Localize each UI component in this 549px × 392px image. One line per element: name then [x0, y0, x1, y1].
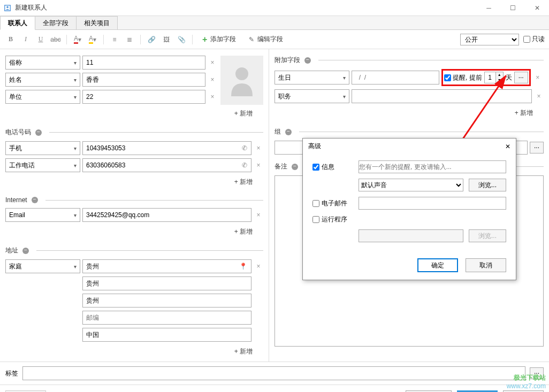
postal-input[interactable] — [82, 311, 251, 325]
tab-contact[interactable]: 联系人 — [0, 16, 35, 30]
attach-button[interactable]: 📎 — [175, 33, 188, 46]
app-icon — [3, 4, 12, 12]
close-window-button[interactable]: ✕ — [525, 0, 549, 16]
svg-point-2 — [235, 67, 248, 80]
footer: 删除 保存并新建 确定 取消 — [0, 385, 549, 392]
readonly-checkbox[interactable]: 只读 — [523, 35, 545, 44]
work-phone-input[interactable] — [82, 158, 251, 172]
nickname-type-select[interactable]: 俗称▾ — [5, 56, 80, 70]
run-checkbox[interactable]: 运行程序 — [312, 215, 353, 224]
add-name-field[interactable]: 新增 — [5, 107, 263, 120]
program-input[interactable] — [359, 229, 463, 242]
bullet-list-button[interactable]: ≡ — [108, 33, 121, 46]
name-type-select[interactable]: 姓名▾ — [5, 73, 80, 87]
birthday-type-select[interactable]: 生日▾ — [274, 71, 349, 84]
clear-company[interactable]: × — [208, 93, 217, 101]
clear-job[interactable]: × — [534, 93, 544, 100]
info-input[interactable] — [359, 160, 506, 173]
phone-header: 电话号码− — [5, 128, 263, 137]
visibility-select[interactable]: 公开 — [460, 34, 519, 45]
address-type-select[interactable]: 家庭▾ — [5, 259, 80, 273]
clear-birthday[interactable]: × — [533, 74, 543, 81]
dialog-cancel-button[interactable]: 取消 — [466, 258, 506, 272]
name-input[interactable] — [82, 73, 205, 87]
mobile-input[interactable] — [82, 141, 251, 155]
titlebar: 新建联系人 ─ ☐ ✕ — [0, 0, 549, 16]
tags-input[interactable] — [22, 366, 525, 380]
tab-related[interactable]: 相关项目 — [76, 16, 118, 29]
phone-icon: ✆ — [242, 144, 247, 152]
company-input[interactable] — [82, 90, 205, 104]
clear-address[interactable]: × — [254, 263, 263, 270]
spinner-up[interactable]: ▲ — [496, 72, 503, 78]
left-panel: 俗称▾ × 姓名▾ × 单位▾ × 新增 电话号码− — [0, 49, 269, 362]
phone-icon: ✆ — [242, 162, 247, 169]
toolbar: B I U abc A ▾ A ▾ ≡ ≣ 🔗 🖼 📎 +添加字段 ✎编辑字段 … — [0, 30, 549, 49]
job-type-select[interactable]: 职务▾ — [274, 89, 349, 103]
tags-browse-button[interactable]: ... — [530, 367, 544, 379]
tags-row: 标签 ... — [0, 362, 549, 385]
sound-select[interactable]: 默认声音 — [359, 179, 463, 191]
group-browse-button[interactable]: ... — [530, 142, 544, 153]
remind-checkbox[interactable]: 提醒, 提前 — [444, 73, 482, 82]
work-phone-type-select[interactable]: 工作电话▾ — [5, 158, 80, 172]
image-button[interactable]: 🖼 — [160, 33, 173, 46]
reminder-highlight: 提醒, 提前 ▲▼ 天 ... — [441, 69, 531, 86]
highlight-button[interactable]: A ▾ — [86, 33, 99, 46]
internet-header: Internet− — [5, 196, 263, 204]
clear-work-phone[interactable]: × — [254, 162, 263, 169]
link-button[interactable]: 🔗 — [145, 33, 158, 46]
info-checkbox[interactable]: 信息 — [312, 163, 353, 172]
bold-button[interactable]: B — [4, 33, 17, 46]
edit-field-button[interactable]: ✎编辑字段 — [243, 34, 288, 45]
svg-point-1 — [6, 6, 9, 8]
clear-name[interactable]: × — [208, 76, 217, 83]
number-list-button[interactable]: ≣ — [123, 33, 136, 46]
clear-mobile[interactable]: × — [254, 144, 263, 152]
email-type-select[interactable]: Email▾ — [5, 208, 80, 222]
font-color-button[interactable]: A ▾ — [71, 33, 84, 46]
address-line3[interactable] — [82, 294, 251, 308]
avatar[interactable] — [220, 56, 263, 105]
company-type-select[interactable]: 单位▾ — [5, 90, 80, 104]
dialog-close-button[interactable]: ✕ — [505, 143, 510, 150]
clear-email[interactable]: × — [254, 211, 263, 219]
group-header: 组− — [274, 127, 544, 136]
location-icon: 📍 — [239, 263, 247, 270]
address-line2[interactable] — [82, 276, 251, 290]
sound-browse-button[interactable]: 浏览... — [469, 179, 506, 191]
dialog-title: 高级 — [308, 142, 321, 151]
dialog-email-input[interactable] — [359, 197, 506, 210]
maximize-button[interactable]: ☐ — [501, 0, 525, 16]
underline-button[interactable]: U — [34, 33, 47, 46]
add-field-button[interactable]: +添加字段 — [197, 34, 241, 45]
add-extra[interactable]: 新增 — [274, 106, 544, 120]
add-address[interactable]: 新增 — [5, 345, 263, 358]
spinner-down[interactable]: ▼ — [496, 78, 503, 83]
extra-header: 附加字段− — [274, 56, 544, 65]
country-input[interactable] — [82, 328, 251, 342]
email-checkbox[interactable]: 电子邮件 — [312, 199, 353, 208]
tags-label: 标签 — [5, 369, 18, 378]
add-internet[interactable]: 新增 — [5, 225, 263, 239]
minimize-button[interactable]: ─ — [477, 0, 501, 16]
email-input[interactable] — [82, 208, 251, 222]
clear-nickname[interactable]: × — [208, 59, 217, 66]
address-header: 地址− — [5, 246, 263, 255]
nickname-input[interactable] — [82, 56, 205, 70]
tabs: 联系人 全部字段 相关项目 — [0, 16, 549, 30]
birthday-date-input[interactable] — [352, 71, 439, 84]
advanced-dialog: 高级 ✕ 信息 默认声音 浏览... 电子邮件 运行程序 浏览... 确定 取消 — [302, 138, 516, 280]
address-line1[interactable] — [82, 259, 251, 273]
job-input[interactable] — [352, 89, 532, 103]
reminder-more-button[interactable]: ... — [514, 72, 528, 83]
program-browse-button[interactable]: 浏览... — [469, 229, 506, 242]
strike-button[interactable]: abc — [49, 33, 62, 46]
remind-days-spinner[interactable]: ▲▼ — [484, 72, 504, 83]
italic-button[interactable]: I — [19, 33, 32, 46]
mobile-type-select[interactable]: 手机▾ — [5, 141, 80, 155]
window-title: 新建联系人 — [15, 3, 477, 12]
add-phone[interactable]: 新增 — [5, 175, 263, 189]
tab-all-fields[interactable]: 全部字段 — [35, 16, 77, 29]
dialog-ok-button[interactable]: 确定 — [417, 258, 458, 272]
